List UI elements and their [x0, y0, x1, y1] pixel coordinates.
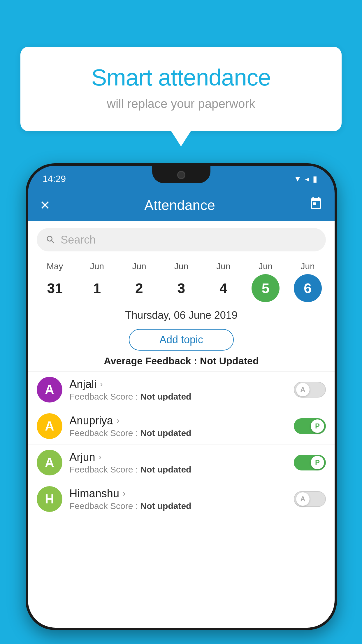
cal-date-number: 6	[294, 274, 322, 302]
student-info: Himanshu ›Feedback Score : Not updated	[69, 487, 287, 511]
notch	[152, 166, 210, 183]
toggle-knob: P	[311, 419, 324, 433]
average-feedback: Average Feedback : Not Updated	[28, 355, 335, 371]
search-icon	[45, 235, 56, 245]
cal-date-number: 1	[83, 274, 111, 302]
student-info: Anjali ›Feedback Score : Not updated	[69, 378, 287, 402]
cal-month-label: Jun	[174, 261, 188, 271]
close-icon[interactable]: ✕	[40, 198, 50, 213]
calendar-day-6[interactable]: Jun6	[289, 261, 327, 302]
wifi-icon: ▼	[294, 174, 302, 183]
app-bar: ✕ Attendance	[28, 189, 335, 221]
calendar-day-1[interactable]: Jun1	[78, 261, 116, 302]
add-topic-button[interactable]: Add topic	[129, 329, 234, 351]
feedback-score: Feedback Score : Not updated	[69, 465, 287, 475]
feedback-score: Feedback Score : Not updated	[69, 428, 287, 438]
student-info: Arjun ›Feedback Score : Not updated	[69, 451, 287, 475]
attendance-toggle[interactable]: P	[294, 455, 326, 470]
cal-month-label: Jun	[216, 261, 230, 271]
chevron-right-icon: ›	[100, 379, 103, 389]
battery-icon: ▮	[313, 174, 317, 184]
bubble-subtitle: will replace your paperwork	[44, 97, 318, 111]
student-item-anjali[interactable]: AAnjali ›Feedback Score : Not updatedA	[28, 371, 335, 408]
speech-bubble: Smart attendance will replace your paper…	[20, 47, 342, 131]
calendar-day-2[interactable]: Jun2	[120, 261, 158, 302]
cal-month-label: May	[47, 261, 63, 271]
cal-date-number: 31	[41, 274, 69, 302]
camera	[177, 171, 185, 179]
cal-month-label: Jun	[301, 261, 314, 271]
status-time: 14:29	[43, 171, 66, 184]
chevron-right-icon: ›	[123, 489, 125, 498]
screen-content: Search May31Jun1Jun2Jun3Jun4Jun5Jun6 Thu…	[28, 221, 335, 628]
calendar-icon[interactable]	[309, 197, 323, 214]
chevron-right-icon: ›	[117, 416, 119, 425]
calendar-day-4[interactable]: Jun4	[205, 261, 242, 302]
student-name: Anjali ›	[69, 378, 287, 391]
cal-month-label: Jun	[259, 261, 273, 271]
app-bar-title: Attendance	[59, 197, 300, 213]
cal-date-number: 2	[125, 274, 153, 302]
status-icons: ▼ ◂ ▮	[294, 171, 317, 184]
student-name: Himanshu ›	[69, 487, 287, 500]
cal-date-number: 3	[167, 274, 195, 302]
calendar-strip: May31Jun1Jun2Jun3Jun4Jun5Jun6	[28, 258, 335, 302]
cal-month-label: Jun	[90, 261, 104, 271]
avatar: A	[37, 377, 62, 402]
cal-month-label: Jun	[132, 261, 146, 271]
avg-feedback-value: Not Updated	[200, 355, 259, 366]
cal-date-number: 5	[252, 274, 280, 302]
student-name: Anupriya ›	[69, 414, 287, 427]
attendance-toggle[interactable]: A	[294, 491, 326, 507]
student-name: Arjun ›	[69, 451, 287, 463]
cal-date-number: 4	[210, 274, 238, 302]
toggle-knob: A	[296, 492, 310, 506]
student-list: AAnjali ›Feedback Score : Not updatedAAA…	[28, 371, 335, 517]
avatar: H	[37, 486, 62, 512]
student-item-anupriya[interactable]: AAnupriya ›Feedback Score : Not updatedP	[28, 408, 335, 444]
toggle-knob: A	[296, 383, 310, 396]
search-placeholder: Search	[61, 234, 96, 246]
feedback-score: Feedback Score : Not updated	[69, 392, 287, 402]
toggle-knob: P	[311, 456, 324, 469]
avatar: A	[37, 450, 62, 475]
bubble-title: Smart attendance	[44, 64, 318, 91]
calendar-day-31[interactable]: May31	[36, 261, 74, 302]
student-info: Anupriya ›Feedback Score : Not updated	[69, 414, 287, 438]
search-bar[interactable]: Search	[37, 228, 326, 251]
chevron-right-icon: ›	[99, 452, 101, 462]
attendance-toggle[interactable]: A	[294, 382, 326, 398]
attendance-toggle[interactable]: P	[294, 418, 326, 434]
student-item-arjun[interactable]: AArjun ›Feedback Score : Not updatedP	[28, 444, 335, 481]
feedback-score: Feedback Score : Not updated	[69, 501, 287, 511]
student-item-himanshu[interactable]: HHimanshu ›Feedback Score : Not updatedA	[28, 481, 335, 517]
avatar: A	[37, 413, 62, 439]
calendar-day-5[interactable]: Jun5	[247, 261, 284, 302]
calendar-day-3[interactable]: Jun3	[162, 261, 200, 302]
selected-date: Thursday, 06 June 2019	[28, 302, 335, 324]
phone-frame: 14:29 ▼ ◂ ▮ ✕ Attendance	[26, 163, 337, 630]
signal-icon: ◂	[305, 174, 309, 184]
avg-feedback-label: Average Feedback :	[104, 355, 197, 366]
